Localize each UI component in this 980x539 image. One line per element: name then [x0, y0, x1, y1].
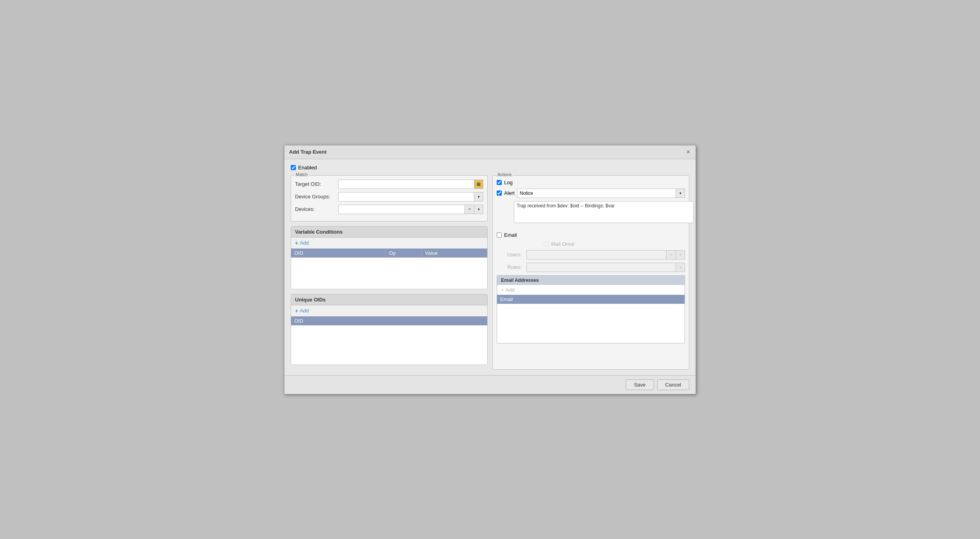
- vc-col-op: Op: [386, 249, 422, 258]
- alert-label: Alert: [504, 190, 515, 196]
- unique-oids-add-link[interactable]: Add: [300, 308, 309, 314]
- users-input-group: ✕ ▾: [526, 250, 685, 260]
- users-input-clear: ✕: [526, 250, 676, 260]
- target-oid-label: Target OID:: [295, 181, 338, 187]
- devices-dropdown-button[interactable]: ▾: [474, 205, 483, 214]
- email-add-link[interactable]: Add: [506, 287, 515, 293]
- mail-once-checkbox[interactable]: [544, 241, 549, 247]
- email-section: Email Mail Once Users:: [497, 232, 685, 343]
- alert-severity-input[interactable]: [517, 189, 676, 198]
- left-panel: Match Target OID: ⊞ Device Group: [291, 175, 488, 370]
- device-groups-row: Device Groups: ▾: [295, 192, 483, 201]
- enabled-label: Enabled: [298, 165, 317, 171]
- vc-col-oid: OID: [291, 249, 386, 258]
- dialog-title-bar: Add Trap Event ×: [284, 145, 696, 159]
- log-label: Log: [504, 180, 513, 185]
- email-row: Email: [497, 232, 685, 238]
- device-groups-input[interactable]: [338, 192, 474, 201]
- add-trap-event-dialog: Add Trap Event × Enabled Match Target OI…: [284, 145, 696, 394]
- users-label: Users:: [497, 252, 524, 258]
- roles-row: Roles: ▾: [497, 263, 685, 272]
- email-checkbox[interactable]: [497, 232, 502, 238]
- roles-label: Roles:: [497, 264, 524, 270]
- email-addresses-table-header: Email Addresses: [497, 276, 685, 285]
- devices-input-group: ✕ ▾: [338, 205, 483, 214]
- users-clear-button[interactable]: ✕: [666, 250, 676, 260]
- dialog-footer: Save Cancel: [284, 375, 696, 394]
- users-dropdown-button[interactable]: ▾: [676, 250, 685, 260]
- email-col-header: Email: [497, 295, 685, 304]
- devices-input[interactable]: [338, 205, 464, 214]
- alert-row: Alert ▾: [497, 189, 685, 198]
- email-col-email: Email: [497, 295, 685, 304]
- unique-oids-table-body: [291, 325, 487, 365]
- actions-legend: Actions: [496, 172, 513, 177]
- unique-oids-section: Unique OIDs + Add OID: [291, 294, 488, 365]
- save-button[interactable]: Save: [626, 379, 654, 390]
- variable-conditions-add-row: + Add: [291, 238, 487, 249]
- roles-dropdown-button[interactable]: ▾: [676, 263, 685, 272]
- email-table-body: [497, 304, 685, 343]
- roles-input-group: ▾: [526, 263, 685, 272]
- match-legend: Match: [294, 172, 309, 177]
- email-addresses-add-row: + Add: [497, 285, 685, 295]
- alert-checkbox[interactable]: [497, 191, 502, 196]
- target-oid-row: Target OID: ⊞: [295, 180, 483, 189]
- variable-conditions-section: Variable Conditions + Add OID Op Value: [291, 226, 488, 289]
- uo-col-oid: OID: [291, 316, 487, 325]
- alert-select-wrap: ▾: [517, 189, 685, 198]
- vc-col-value: Value: [422, 249, 487, 258]
- main-columns: Match Target OID: ⊞ Device Group: [291, 175, 689, 370]
- devices-clear-button[interactable]: ✕: [464, 205, 474, 214]
- grid-icon: ⊞: [477, 181, 481, 187]
- unique-oids-header: Unique OIDs: [291, 294, 487, 305]
- device-groups-label: Device Groups:: [295, 194, 338, 200]
- variable-conditions-add-link[interactable]: Add: [300, 240, 309, 246]
- mail-once-label: Mail Once: [551, 241, 574, 247]
- variable-conditions-header: Variable Conditions: [291, 227, 487, 238]
- actions-section: Actions Log Alert ▾: [492, 175, 689, 370]
- target-oid-picker-button[interactable]: ⊞: [474, 180, 483, 189]
- alert-severity-dropdown-button[interactable]: ▾: [676, 189, 685, 198]
- log-checkbox[interactable]: [497, 180, 502, 185]
- close-button[interactable]: ×: [686, 149, 691, 156]
- plus-icon-3: +: [501, 287, 504, 293]
- enabled-row: Enabled: [291, 165, 689, 171]
- alert-message-textarea[interactable]: Trap received from $dev: $oid -- Binding…: [514, 201, 694, 223]
- device-groups-dropdown-button[interactable]: ▾: [474, 192, 483, 201]
- target-oid-input[interactable]: [338, 180, 474, 189]
- cancel-button[interactable]: Cancel: [657, 379, 689, 390]
- variable-conditions-table-header: OID Op Value: [291, 249, 487, 258]
- roles-input[interactable]: [526, 263, 676, 272]
- target-oid-input-group: ⊞: [338, 180, 483, 189]
- alert-message-row: Trap received from $dev: $oid -- Binding…: [505, 201, 685, 228]
- variable-conditions-table-body: [291, 258, 487, 289]
- dialog-title: Add Trap Event: [289, 149, 326, 155]
- log-row: Log: [497, 180, 685, 185]
- mail-once-row: Mail Once: [544, 241, 685, 247]
- email-addresses-section: Email Addresses + Add Email: [497, 275, 685, 343]
- devices-label: Devices:: [295, 206, 338, 212]
- match-section: Match Target OID: ⊞ Device Group: [291, 175, 488, 221]
- users-row: Users: ✕ ▾: [497, 250, 685, 260]
- dialog-body: Enabled Match Target OID: ⊞: [284, 159, 696, 375]
- devices-row: Devices: ✕ ▾: [295, 205, 483, 214]
- plus-icon-1: +: [295, 240, 298, 246]
- enabled-checkbox[interactable]: [291, 165, 296, 170]
- devices-input-clear: ✕: [338, 205, 474, 214]
- plus-icon-2: +: [295, 308, 298, 314]
- unique-oids-add-row: + Add: [291, 305, 487, 316]
- unique-oids-table-header: OID: [291, 316, 487, 325]
- users-input[interactable]: [526, 250, 666, 260]
- device-groups-input-group: ▾: [338, 192, 483, 201]
- email-label: Email: [504, 232, 517, 238]
- right-panel: Actions Log Alert ▾: [492, 175, 689, 370]
